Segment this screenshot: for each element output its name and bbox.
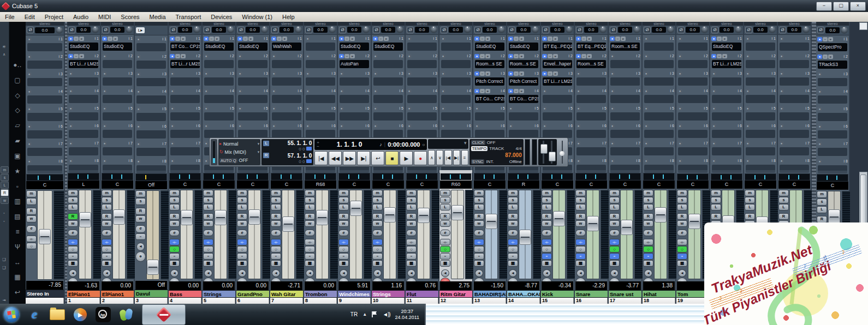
channel-routing-label[interactable]: stereo <box>643 22 675 26</box>
tool-icon[interactable]: ▤ <box>9 213 26 228</box>
mute-button[interactable]: m <box>271 190 281 196</box>
insert-edit-button[interactable]: e <box>485 37 490 41</box>
phase-switch[interactable]: Ø <box>474 27 481 33</box>
insert-power-button[interactable]: ● <box>817 89 822 94</box>
insert-power-button[interactable]: ● <box>27 55 32 59</box>
phase-switch[interactable]: Ø <box>542 27 549 33</box>
fader-handle[interactable] <box>451 205 463 220</box>
insert-power-button[interactable]: ● <box>407 37 412 41</box>
global-write-button[interactable]: w <box>1 197 9 204</box>
insert-power-button[interactable]: ● <box>745 141 750 146</box>
insert-power-button[interactable]: ● <box>779 106 784 111</box>
write-automation-button[interactable]: w <box>169 220 180 227</box>
listen-button[interactable]: L <box>102 204 112 210</box>
insert-edit-button[interactable]: e <box>519 37 524 41</box>
instrument-edit-button[interactable]: ▦ <box>169 260 180 267</box>
insert-bypass-button[interactable]: − <box>480 37 485 41</box>
write-automation-button[interactable]: w <box>237 220 247 227</box>
input-gain-knob[interactable] <box>566 26 573 33</box>
insert-edit-button[interactable]: e <box>722 37 727 41</box>
input-gain-knob[interactable] <box>261 26 268 33</box>
insert-bypass-button[interactable]: − <box>548 54 552 58</box>
mute-button[interactable]: m <box>135 190 146 197</box>
insert-power-button[interactable]: ● <box>204 37 209 41</box>
insert-edit-button[interactable]: e <box>485 54 490 58</box>
monitor-button[interactable]: ◄ <box>272 269 280 277</box>
insert-power-button[interactable]: ● <box>305 71 310 76</box>
left-locator-tab[interactable]: L <box>263 141 269 146</box>
input-gain-value[interactable]: 0.0 <box>652 27 666 33</box>
record-arm-button[interactable]: ● <box>135 251 146 262</box>
phase-switch[interactable]: Ø <box>102 27 109 33</box>
insert-slot[interactable] <box>746 60 775 68</box>
insert-power-button[interactable]: ● <box>271 124 276 128</box>
tool-icon[interactable]: Ψ <box>9 243 26 258</box>
insert-power-button[interactable]: ● <box>170 159 175 163</box>
insert-power-button[interactable]: ● <box>407 71 412 76</box>
tool-icon[interactable]: ▰ <box>9 137 26 152</box>
solo-button[interactable]: s <box>817 198 827 206</box>
slider-handle[interactable] <box>551 141 552 164</box>
insert-edit-button[interactable]: e <box>553 54 558 58</box>
punch-in-icon[interactable] <box>306 147 312 151</box>
write-automation-button[interactable]: w <box>609 220 620 227</box>
phase-switch[interactable]: Ø <box>711 27 718 33</box>
instrument-edit-button[interactable]: ▦ <box>677 260 687 267</box>
input-gain-knob[interactable] <box>126 26 133 33</box>
sends-bypass-button[interactable]: ≈ <box>338 253 349 260</box>
insert-power-button[interactable]: ● <box>136 124 141 129</box>
insert-slot[interactable]: StudioEQ <box>373 43 403 51</box>
sends-bypass-button[interactable]: ≈ <box>237 253 247 260</box>
phase-switch[interactable]: Ø <box>817 27 824 33</box>
messenger-icon[interactable] <box>115 305 138 324</box>
instrument-edit-button[interactable]: ▦ <box>372 260 383 267</box>
input-gain-button[interactable]: -o- <box>542 239 552 245</box>
fader-value-display[interactable]: 1.38 <box>643 281 675 290</box>
insert-power-button[interactable]: ● <box>779 89 784 93</box>
insert-power-button[interactable]: ● <box>576 71 581 76</box>
fader-value-display[interactable]: 1.16 <box>372 281 404 290</box>
insert-power-button[interactable]: ● <box>542 37 547 41</box>
instrument-edit-button[interactable]: ▦ <box>643 260 653 267</box>
solo-button[interactable]: s <box>271 197 281 203</box>
insert-bypass-button[interactable]: − <box>480 71 485 76</box>
insert-power-button[interactable]: ● <box>711 159 716 163</box>
edit-channel-button[interactable]: e <box>271 230 281 236</box>
read-automation-button[interactable]: R <box>237 213 247 220</box>
sends-bypass-button[interactable]: ≈ <box>643 253 653 260</box>
mute-button[interactable]: m <box>508 190 518 196</box>
input-gain-value[interactable]: 0.0 <box>246 27 260 33</box>
time-signature[interactable]: 4/4 <box>516 146 522 151</box>
instrument-edit-button[interactable]: ▦ <box>575 260 586 267</box>
phase-button[interactable]: ◇ <box>677 246 687 252</box>
insert-slot[interactable] <box>712 112 741 121</box>
insert-slot[interactable] <box>69 95 98 103</box>
insert-slot[interactable] <box>103 147 132 155</box>
insert-slot[interactable] <box>610 95 640 103</box>
edit-channel-button[interactable]: e <box>338 230 349 236</box>
menu-midi[interactable]: MIDI <box>93 14 116 20</box>
input-gain-value[interactable]: 0.0 <box>415 27 429 33</box>
insert-power-button[interactable]: ● <box>441 106 445 111</box>
write-automation-button[interactable]: w <box>338 220 349 227</box>
insert-slot[interactable] <box>509 130 538 138</box>
insert-power-button[interactable]: ● <box>441 37 445 41</box>
insert-slot[interactable]: StudioEQ <box>238 43 267 51</box>
insert-power-button[interactable]: ● <box>27 124 32 129</box>
track-name[interactable]: Ritm Gitar <box>439 290 472 298</box>
insert-slot[interactable] <box>103 60 132 68</box>
insert-power-button[interactable]: ● <box>136 55 141 59</box>
tool-icon[interactable]: ≋ <box>1 44 8 50</box>
insert-slot[interactable] <box>543 112 572 121</box>
insert-slot[interactable] <box>27 95 62 104</box>
monitor-button[interactable]: ◄ <box>543 269 551 277</box>
insert-slot[interactable] <box>576 112 606 121</box>
insert-slot[interactable] <box>712 147 741 155</box>
sends-bypass-button[interactable]: ≈ <box>203 253 213 260</box>
monitor-button[interactable]: ◄ <box>238 269 246 277</box>
insert-edit-button[interactable]: e <box>828 37 833 41</box>
insert-slot[interactable] <box>818 78 847 86</box>
channel-routing-label[interactable]: stereo <box>710 22 743 26</box>
instrument-edit-button[interactable]: ▦ <box>237 260 247 267</box>
tool-icon[interactable]: ↩ <box>9 288 26 304</box>
